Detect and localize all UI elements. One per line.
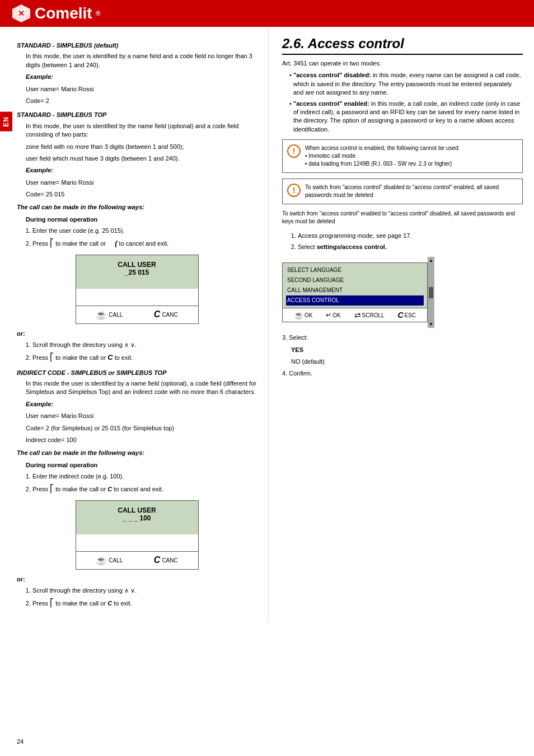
canc-button-2: C CANC xyxy=(154,555,178,565)
ok2-button: ↵ OK xyxy=(326,311,340,319)
mode-disabled-label: "access control" disabled: xyxy=(293,72,371,78)
menu-item-2: CALL MANAGEMENT xyxy=(286,285,424,295)
warning-icon-1: ! xyxy=(287,144,301,158)
or-step-2-2: Press ⎡ to make the call or C to exit. xyxy=(32,597,257,609)
esc-button: C ESC xyxy=(397,311,416,320)
right-column: 2.6. Access control Art. 3451 can operat… xyxy=(269,27,534,621)
display-box-2: CALL USER _ _ _ 100 ☕ CALL C CANC xyxy=(76,500,199,570)
call-label-1: CALL xyxy=(109,312,123,318)
indirect-example-line2: Code= 2 (for Simplebus) or 25 015 (for S… xyxy=(26,424,257,433)
section-title-access: 2.6. Access control xyxy=(282,36,523,55)
scrollbar-down: ▼ xyxy=(429,322,433,327)
logo-icon: ✕ xyxy=(11,3,31,24)
call-button-2: ☕ CALL xyxy=(96,555,123,566)
access-steps: Access programming mode, see page 17. Se… xyxy=(298,231,523,251)
warning-text-2: To switch from "access control" disabled… xyxy=(305,184,518,199)
or-step-1-1: Scroll through the directory using ∧ ∨. xyxy=(32,340,257,350)
simplebus-top-body3: user field which must have 3 digits (bet… xyxy=(26,154,257,163)
simplebus-body: In this mode, the user is identified by … xyxy=(26,52,257,69)
indirect-example-line3: Indirect code= 100 xyxy=(26,436,257,444)
simplebus-top-example-label: Example: xyxy=(26,166,257,175)
warning-box-2: ! To switch from "access control" disabl… xyxy=(282,179,523,204)
access-modes-list: "access control" disabled: in this mode,… xyxy=(293,71,523,134)
access-intro: Art. 3451 can operate in two modes: xyxy=(282,59,523,68)
svg-text:✕: ✕ xyxy=(18,9,25,18)
canc-label-2: CANC xyxy=(162,557,177,564)
c-icon-menu: C xyxy=(397,311,403,320)
scroll-label: SCROLL xyxy=(362,312,385,318)
step-2-2: Press ⎡ to make the call or C to cancel … xyxy=(32,483,257,495)
display-buttons-1: ☕ CALL C CANC xyxy=(76,306,198,323)
display-buttons-2: ☕ CALL C CANC xyxy=(76,551,198,569)
menu-item-3-selected: ACCESS CONTROL xyxy=(286,295,424,306)
or-label-2: or: xyxy=(17,575,257,584)
warning1-main: When access control is enabled, the foll… xyxy=(305,145,460,151)
menu-item-0: SELECT LANGUAGE xyxy=(286,265,424,275)
logo-registered: ® xyxy=(96,10,101,17)
display-screen-2: CALL USER _ _ _ 100 xyxy=(76,501,198,534)
menu-display-container: SELECT LANGUAGE SECOND LANGUAGE CALL MAN… xyxy=(282,257,523,328)
step3: 3. Select: xyxy=(282,334,523,342)
simplebus-top-body: In this mode, the user is identified by … xyxy=(26,122,257,139)
simplebus-example-label: Example: xyxy=(26,73,257,81)
call-ways-heading-1: The call can be made in the following wa… xyxy=(17,203,257,212)
simplebus-example-line2: Code= 2 xyxy=(26,97,257,105)
canc-button-1: C CANC xyxy=(154,309,178,320)
section-standard-simplebus-top: STANDARD - SIMPLEBUS TOP In this mode, t… xyxy=(17,111,257,363)
steps-list-1: Enter the user code (e.g. 25 015). Press… xyxy=(32,226,257,249)
logo: ✕ Comelit ® xyxy=(11,3,101,24)
or-steps-list-2: Scroll through the directory using ∧ ∨. … xyxy=(32,586,257,609)
logo-text: Comelit xyxy=(35,4,92,22)
section-heading-indirect: INDIRECT CODE - SIMPLEBUS or SIMPLEBUS T… xyxy=(17,369,257,377)
canc-label-1: CANC xyxy=(162,312,177,318)
section-indirect-code: INDIRECT CODE - SIMPLEBUS or SIMPLEBUS T… xyxy=(17,369,257,609)
step-1-1: Enter the user code (e.g. 25 015). xyxy=(32,226,257,236)
section-heading-simplebus: STANDARD - SIMPLEBUS (default) xyxy=(17,41,257,50)
mode-enabled: "access control" enabled: in this mode, … xyxy=(293,100,523,134)
step-1-2: Press ⎡ to make the call or ( to cancel … xyxy=(32,237,257,249)
simplebus-top-body2: zone field with no more than 3 digits (b… xyxy=(26,143,257,151)
select-yes: YES xyxy=(291,346,523,354)
access-step-1: Access programming mode, see page 17. xyxy=(298,231,523,241)
scroll-button: ⇄ SCROLL xyxy=(354,311,385,320)
menu-scrollbar: ▲ ▼ xyxy=(428,257,434,328)
warning-icon-2: ! xyxy=(287,184,301,197)
select-no: NO (default) xyxy=(291,358,523,366)
header: ✕ Comelit ® xyxy=(0,0,534,27)
or-step-1-2: Press ⎡ to make the call or C to exit. xyxy=(32,351,257,363)
scrollbar-thumb xyxy=(429,287,433,298)
main-content: STANDARD - SIMPLEBUS (default) In this m… xyxy=(0,27,534,621)
indirect-example-label: Example: xyxy=(26,400,257,408)
display-line1-1: CALL USER xyxy=(83,261,191,269)
or-steps-list-1: Scroll through the directory using ∧ ∨. … xyxy=(32,340,257,363)
section-heading-simplebus-top: STANDARD - SIMPLEBUS TOP xyxy=(17,111,257,119)
step4: 4. Confirm. xyxy=(282,369,523,378)
warning-text-3: To switch from "access control" enabled … xyxy=(282,210,523,226)
simplebus-example-line1: User name= Mario Rossi xyxy=(26,85,257,93)
simplebus-top-example-line1: User name= Mario Rossi xyxy=(26,179,257,187)
or-label-1: or: xyxy=(17,330,257,338)
step-2-1: Enter the indirect code (e.g. 100). xyxy=(32,472,257,481)
menu-buttons: ☕ OK ↵ OK ⇄ SCROLL C ESC xyxy=(283,308,427,322)
call-button-1: ☕ CALL xyxy=(96,309,123,320)
display-line2-2: _ _ _ 100 xyxy=(83,514,191,522)
indirect-body: In this mode the user is identified by a… xyxy=(26,379,257,397)
phone-icon-2: ☕ xyxy=(96,555,107,566)
warning-text-1: When access control is enabled, the foll… xyxy=(305,144,460,168)
access-step-2: Select settings/access control. xyxy=(298,242,523,252)
c-icon-1: C xyxy=(154,309,161,320)
esc-label: ESC xyxy=(405,312,416,318)
menu-item-1: SECOND LANGUAGE xyxy=(286,275,424,285)
warning1-bullet1: • Immotec call mode xyxy=(305,153,355,159)
enter-icon: ↵ xyxy=(326,311,331,319)
mode-disabled: "access control" disabled: in this mode,… xyxy=(293,71,523,97)
menu-screen: SELECT LANGUAGE SECOND LANGUAGE CALL MAN… xyxy=(283,263,427,308)
simplebus-top-example-line2: Code= 25 015 xyxy=(26,190,257,199)
phone-icon-1: ☕ xyxy=(96,309,107,320)
display-line2-1: _25 015 xyxy=(83,269,191,276)
mode-enabled-label: "access control" enabled: xyxy=(293,100,369,107)
ok-label: OK xyxy=(305,312,312,318)
indirect-example-line1: User name= Mario Rossi xyxy=(26,412,257,420)
left-column: STANDARD - SIMPLEBUS (default) In this m… xyxy=(0,27,269,621)
section-standard-simplebus: STANDARD - SIMPLEBUS (default) In this m… xyxy=(17,41,257,105)
